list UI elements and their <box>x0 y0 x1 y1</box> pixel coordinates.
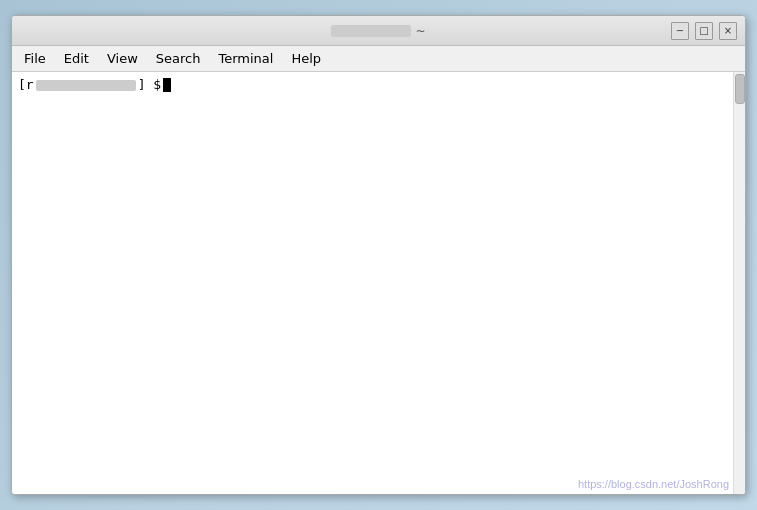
prompt-prefix: [r <box>18 76 34 94</box>
title-bar-right: − □ × <box>498 22 737 40</box>
minimize-button[interactable]: − <box>671 22 689 40</box>
menu-bar: File Edit View Search Terminal Help <box>12 46 745 72</box>
close-button[interactable]: × <box>719 22 737 40</box>
menu-view[interactable]: View <box>99 48 146 69</box>
title-bar: ~ − □ × <box>12 16 745 46</box>
terminal-cursor <box>163 78 171 92</box>
menu-file[interactable]: File <box>16 48 54 69</box>
terminal-window: ~ − □ × File Edit View Search Terminal H… <box>11 15 746 495</box>
watermark: https://blog.csdn.net/JoshRong <box>578 478 729 490</box>
menu-help[interactable]: Help <box>283 48 329 69</box>
menu-edit[interactable]: Edit <box>56 48 97 69</box>
scrollbar[interactable] <box>733 72 745 494</box>
prompt-user-host-blur <box>36 80 136 91</box>
title-bar-center: ~ <box>259 24 498 38</box>
prompt-line: [r ] $ <box>18 76 739 94</box>
menu-search[interactable]: Search <box>148 48 209 69</box>
scrollbar-thumb[interactable] <box>735 74 745 104</box>
prompt-suffix: ] $ <box>138 76 161 94</box>
menu-terminal[interactable]: Terminal <box>210 48 281 69</box>
maximize-button[interactable]: □ <box>695 22 713 40</box>
terminal-body[interactable]: [r ] $ https://blog.csdn.net/JoshRong <box>12 72 745 494</box>
title-tilde: ~ <box>415 24 425 38</box>
title-text-blur <box>331 25 411 37</box>
